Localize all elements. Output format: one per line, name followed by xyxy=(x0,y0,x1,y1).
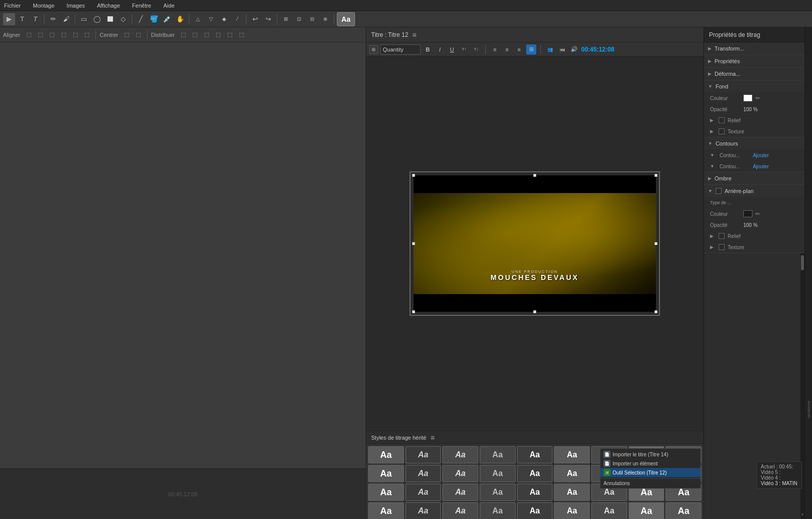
tool-extra2[interactable]: ⊡ xyxy=(293,13,305,25)
tool-pen[interactable]: ✏ xyxy=(47,13,59,25)
style-cell-33[interactable]: Aa xyxy=(591,502,627,519)
context-item-1[interactable]: 📄 Importer le titre (Titre 14) xyxy=(600,450,700,459)
props-section-deforma-header[interactable]: ▶ Déforma... xyxy=(704,68,804,80)
menu-montage[interactable]: Montage xyxy=(31,3,57,9)
aa-button[interactable]: Aa xyxy=(337,12,355,26)
arriere-color-pencil[interactable]: ✏ xyxy=(755,211,760,217)
props-section-ombre-header[interactable]: ▶ Ombre xyxy=(704,172,804,184)
handle-bl[interactable] xyxy=(412,310,415,313)
scroll-down-arrow[interactable]: ▼ xyxy=(800,512,804,517)
style-cell-14[interactable]: Aa xyxy=(554,465,590,482)
tool-text-italic[interactable]: T xyxy=(29,13,41,25)
tool-diamond2[interactable]: ◆ xyxy=(218,13,230,25)
tool-extra3[interactable]: ⊟ xyxy=(306,13,318,25)
preview-canvas[interactable]: UNE PRODUCTION MOUCHES DEVAUX xyxy=(414,175,656,312)
center-v[interactable]: ⬚ xyxy=(133,30,143,40)
tool-circle[interactable]: ◯ xyxy=(91,13,103,25)
arriere-texture-checkbox[interactable] xyxy=(719,244,725,250)
distrib-h2[interactable]: ⬚ xyxy=(201,30,212,40)
prev-frame[interactable]: ⏮ xyxy=(557,44,567,55)
context-item-2[interactable]: 📄 Importer un élément xyxy=(600,459,700,468)
font-superscript-btn[interactable]: T↑ xyxy=(459,44,469,55)
style-cell-5[interactable]: Aa xyxy=(554,446,590,463)
distrib-v[interactable]: ⬚ xyxy=(190,30,200,40)
font-italic-btn[interactable]: I xyxy=(435,44,445,55)
tool-hand[interactable]: ✋ xyxy=(174,13,186,25)
tool-rounded-rect[interactable]: ⬜ xyxy=(104,13,116,25)
font-bold-btn[interactable]: B xyxy=(423,44,433,55)
style-cell-22[interactable]: Aa xyxy=(517,484,553,501)
fond-texture-checkbox[interactable] xyxy=(719,128,725,134)
handle-tl[interactable] xyxy=(412,174,415,177)
tool-rect[interactable]: ▭ xyxy=(78,13,90,25)
arriere-color-swatch[interactable] xyxy=(743,210,752,217)
style-cell-28[interactable]: Aa xyxy=(405,502,441,519)
contour2-add-btn[interactable]: Ajouter xyxy=(753,164,769,169)
font-underline-btn[interactable]: U xyxy=(447,44,457,55)
canvas-area[interactable] xyxy=(0,42,366,468)
handle-tr[interactable] xyxy=(654,174,657,177)
style-cell-34[interactable]: Aa xyxy=(629,502,665,519)
style-cell-18[interactable]: Aa xyxy=(368,484,404,501)
distrib-v2[interactable]: ⬚ xyxy=(213,30,223,40)
distrib-h[interactable]: ⬚ xyxy=(178,30,188,40)
format-icon-left[interactable]: ⊞ xyxy=(369,45,378,54)
preview-menu-icon[interactable]: ≡ xyxy=(413,31,417,39)
tool-brush[interactable]: 🖌 xyxy=(60,13,72,25)
align-bottom[interactable]: ⬚ xyxy=(82,30,92,40)
props-section-fond-header[interactable]: ▼ Fond xyxy=(704,80,804,92)
handle-mr[interactable] xyxy=(654,242,657,245)
arriere-relief-checkbox[interactable] xyxy=(719,233,725,239)
tool-extra4[interactable]: ⊕ xyxy=(319,13,331,25)
props-section-arriere-plan-header[interactable]: ▼ Arrière-plan xyxy=(704,185,804,197)
style-cell-10[interactable]: Aa xyxy=(405,465,441,482)
menu-fichier[interactable]: Fichier xyxy=(2,3,23,9)
distrib-4[interactable]: ⬚ xyxy=(236,30,246,40)
tool-redo[interactable]: ↪ xyxy=(262,13,274,25)
menu-aide[interactable]: Aide xyxy=(162,3,177,9)
fond-color-swatch[interactable] xyxy=(743,95,752,102)
align-center-btn[interactable]: ≡ xyxy=(502,44,512,55)
tool-extra1[interactable]: ⊞ xyxy=(280,13,292,25)
menu-images[interactable]: Images xyxy=(65,3,87,9)
tool-triangle2[interactable]: ▽ xyxy=(205,13,217,25)
center-h[interactable]: ⬚ xyxy=(122,30,132,40)
handle-bm[interactable] xyxy=(533,310,536,313)
tool-text-t[interactable]: T xyxy=(16,13,28,25)
style-cell-21[interactable]: Aa xyxy=(480,484,516,501)
style-gallery-menu-icon[interactable]: ≡ xyxy=(430,434,434,442)
style-cell-13[interactable]: Aa xyxy=(517,465,553,482)
props-section-proprietes-header[interactable]: ▶ Propriétés xyxy=(704,55,804,67)
distrib-3[interactable]: ⬚ xyxy=(225,30,235,40)
style-cell-27[interactable]: Aa xyxy=(368,502,404,519)
style-cell-19[interactable]: Aa xyxy=(405,484,441,501)
context-item-3[interactable]: ⊞ Outil Sélection (Titre 12) xyxy=(600,468,700,477)
context-annulations[interactable]: Annulations xyxy=(600,480,700,487)
style-cell-2[interactable]: Aa xyxy=(442,446,478,463)
font-name-input[interactable] xyxy=(380,44,421,55)
align-left-btn[interactable]: ≡ xyxy=(490,44,500,55)
style-cell-12[interactable]: Aa xyxy=(480,465,516,482)
fond-relief-checkbox[interactable] xyxy=(719,117,725,123)
style-cell-0[interactable]: Aa xyxy=(368,446,404,463)
tool-line2[interactable]: ⁄ xyxy=(231,13,243,25)
people-icon[interactable]: 👥 xyxy=(545,44,555,55)
handle-tm[interactable] xyxy=(533,174,536,177)
tool-arrow[interactable]: ▶ xyxy=(3,13,15,25)
menu-fenetre[interactable]: Fenêtre xyxy=(130,3,154,9)
align-right[interactable]: ⬚ xyxy=(47,30,57,40)
style-cell-9[interactable]: Aa xyxy=(368,465,404,482)
style-cell-11[interactable]: Aa xyxy=(442,465,478,482)
tool-eyedropper[interactable]: 💉 xyxy=(161,13,173,25)
props-section-contours-header[interactable]: ▼ Contours xyxy=(704,137,804,150)
style-cell-20[interactable]: Aa xyxy=(442,484,478,501)
props-section-transform-header[interactable]: ▶ Transform... xyxy=(704,42,804,55)
tool-undo[interactable]: ↩ xyxy=(249,13,261,25)
align-center-v[interactable]: ⬚ xyxy=(35,30,45,40)
style-cell-23[interactable]: Aa xyxy=(554,484,590,501)
style-cell-35[interactable]: Aa xyxy=(666,502,701,519)
align-right-btn[interactable]: ≡ xyxy=(514,44,524,55)
align-left[interactable]: ⬚ xyxy=(24,30,34,40)
align-middle-h[interactable]: ⬚ xyxy=(70,30,80,40)
font-subscript-btn[interactable]: T↓ xyxy=(471,44,481,55)
